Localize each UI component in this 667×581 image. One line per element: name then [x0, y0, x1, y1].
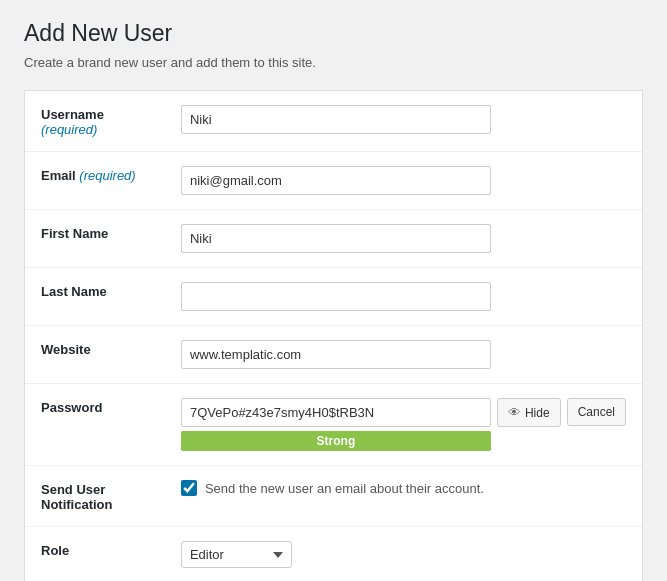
firstname-label-cell: First Name: [25, 210, 165, 268]
username-required: (required): [41, 122, 97, 137]
lastname-row: Last Name: [25, 268, 642, 326]
lastname-label-cell: Last Name: [25, 268, 165, 326]
notification-text: Send the new user an email about their a…: [205, 481, 484, 496]
email-row: Email (required): [25, 152, 642, 210]
form-wrap: Username (required) Email (required): [24, 90, 643, 581]
role-label: Role: [41, 543, 69, 558]
email-required: (required): [79, 168, 135, 183]
password-row-inner: Strong 👁 Hide Cancel: [181, 398, 626, 451]
password-field-cell: Strong 👁 Hide Cancel: [165, 384, 642, 466]
website-row: Website: [25, 326, 642, 384]
email-label-cell: Email (required): [25, 152, 165, 210]
cancel-label: Cancel: [578, 405, 615, 419]
lastname-field-cell: [165, 268, 642, 326]
hide-password-button[interactable]: 👁 Hide: [497, 398, 561, 427]
username-row: Username (required): [25, 91, 642, 152]
role-select[interactable]: SubscriberContributorAuthorEditorAdminis…: [181, 541, 292, 568]
website-field-cell: [165, 326, 642, 384]
page-subtitle: Create a brand new user and add them to …: [24, 55, 643, 70]
email-label: Email: [41, 168, 76, 183]
password-label: Password: [41, 400, 102, 415]
cancel-password-button[interactable]: Cancel: [567, 398, 626, 426]
hide-label: Hide: [525, 406, 550, 420]
firstname-label: First Name: [41, 226, 108, 241]
notification-checkbox[interactable]: [181, 480, 197, 496]
email-field-cell: [165, 152, 642, 210]
email-input[interactable]: [181, 166, 491, 195]
firstname-field-cell: [165, 210, 642, 268]
firstname-row: First Name: [25, 210, 642, 268]
lastname-input[interactable]: [181, 282, 491, 311]
username-label: Username: [41, 107, 104, 122]
notification-field-cell: Send the new user an email about their a…: [165, 466, 642, 527]
role-row: Role SubscriberContributorAuthorEditorAd…: [25, 527, 642, 582]
notification-row-inner: Send the new user an email about their a…: [181, 480, 626, 496]
website-input[interactable]: [181, 340, 491, 369]
notification-label-cell: Send User Notification: [25, 466, 165, 527]
password-field-wrap: Strong: [181, 398, 491, 451]
page-title: Add New User: [24, 20, 643, 47]
lastname-label: Last Name: [41, 284, 107, 299]
page-container: Add New User Create a brand new user and…: [0, 0, 667, 581]
role-field-cell: SubscriberContributorAuthorEditorAdminis…: [165, 527, 642, 582]
password-strength-bar: Strong: [181, 431, 491, 451]
password-row: Password Strong 👁 Hide: [25, 384, 642, 466]
notification-row: Send User Notification Send the new user…: [25, 466, 642, 527]
username-field-cell: [165, 91, 642, 152]
website-label: Website: [41, 342, 91, 357]
username-input[interactable]: [181, 105, 491, 134]
username-label-cell: Username (required): [25, 91, 165, 152]
website-label-cell: Website: [25, 326, 165, 384]
notification-label: Send User Notification: [41, 482, 113, 512]
password-label-cell: Password: [25, 384, 165, 466]
password-input[interactable]: [181, 398, 491, 427]
eye-icon: 👁: [508, 405, 521, 420]
firstname-input[interactable]: [181, 224, 491, 253]
role-label-cell: Role: [25, 527, 165, 582]
form-table: Username (required) Email (required): [25, 91, 642, 581]
